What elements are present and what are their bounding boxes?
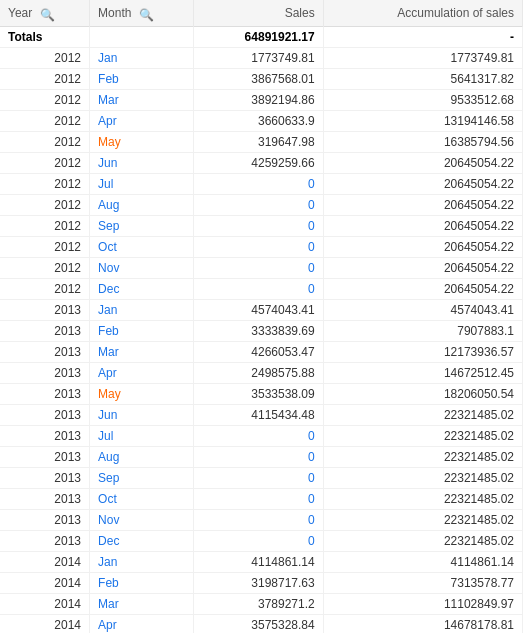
- table-row: 2012 Jun 4259259.66 20645054.22: [0, 153, 523, 174]
- accumulation-cell: 22321485.02: [323, 531, 522, 552]
- sales-cell: 0: [193, 510, 323, 531]
- month-column-header: Month 🔍: [90, 0, 194, 27]
- accumulation-cell: 20645054.22: [323, 237, 522, 258]
- table-row: 2012 May 319647.98 16385794.56: [0, 132, 523, 153]
- table-row: 2013 Mar 4266053.47 12173936.57: [0, 342, 523, 363]
- table-row: 2012 Feb 3867568.01 5641317.82: [0, 69, 523, 90]
- table-row: 2012 Aug 0 20645054.22: [0, 195, 523, 216]
- accumulation-cell: 14678178.81: [323, 615, 522, 634]
- sales-cell: 3892194.86: [193, 90, 323, 111]
- table-row: 2012 Sep 0 20645054.22: [0, 216, 523, 237]
- month-cell: Sep: [90, 216, 194, 237]
- accumulation-cell: 16385794.56: [323, 132, 522, 153]
- year-cell: 2012: [0, 153, 90, 174]
- month-search-icon[interactable]: 🔍: [139, 8, 151, 20]
- accumulation-label: Accumulation of sales: [397, 6, 514, 20]
- sales-cell: 3575328.84: [193, 615, 323, 634]
- year-cell: 2012: [0, 90, 90, 111]
- year-cell: 2012: [0, 132, 90, 153]
- accumulation-cell: 12173936.57: [323, 342, 522, 363]
- year-cell: 2014: [0, 615, 90, 634]
- accumulation-cell: 7313578.77: [323, 573, 522, 594]
- accumulation-cell: 9533512.68: [323, 90, 522, 111]
- year-cell: 2012: [0, 69, 90, 90]
- year-cell: 2012: [0, 279, 90, 300]
- table-row: 2012 Oct 0 20645054.22: [0, 237, 523, 258]
- month-cell: Jun: [90, 405, 194, 426]
- accumulation-cell: 22321485.02: [323, 405, 522, 426]
- table-row: 2013 May 3533538.09 18206050.54: [0, 384, 523, 405]
- accumulation-cell: 7907883.1: [323, 321, 522, 342]
- accumulation-cell: 22321485.02: [323, 426, 522, 447]
- sales-cell: 0: [193, 447, 323, 468]
- totals-label-cell: Totals: [0, 27, 90, 48]
- accumulation-cell: 18206050.54: [323, 384, 522, 405]
- sales-label: Sales: [285, 6, 315, 20]
- totals-accumulation-cell: -: [323, 27, 522, 48]
- accumulation-cell: 20645054.22: [323, 195, 522, 216]
- totals-row: Totals 64891921.17 -: [0, 27, 523, 48]
- table-row: 2014 Feb 3198717.63 7313578.77: [0, 573, 523, 594]
- month-cell: Dec: [90, 279, 194, 300]
- accumulation-cell: 20645054.22: [323, 153, 522, 174]
- year-cell: 2012: [0, 195, 90, 216]
- sales-cell: 4115434.48: [193, 405, 323, 426]
- table-row: 2012 Jul 0 20645054.22: [0, 174, 523, 195]
- year-label: Year: [8, 6, 32, 20]
- year-cell: 2013: [0, 426, 90, 447]
- sales-cell: 0: [193, 216, 323, 237]
- month-cell: Feb: [90, 321, 194, 342]
- month-cell: Jul: [90, 174, 194, 195]
- month-cell: Nov: [90, 258, 194, 279]
- table-row: 2012 Nov 0 20645054.22: [0, 258, 523, 279]
- month-cell: Sep: [90, 468, 194, 489]
- sales-cell: 0: [193, 426, 323, 447]
- year-cell: 2013: [0, 405, 90, 426]
- table-row: 2014 Jan 4114861.14 4114861.14: [0, 552, 523, 573]
- sales-cell: 3867568.01: [193, 69, 323, 90]
- sales-cell: 0: [193, 468, 323, 489]
- accumulation-cell: 1773749.81: [323, 48, 522, 69]
- accumulation-cell: 4114861.14: [323, 552, 522, 573]
- accumulation-cell: 20645054.22: [323, 279, 522, 300]
- sales-cell: 1773749.81: [193, 48, 323, 69]
- accumulation-cell: 13194146.58: [323, 111, 522, 132]
- accumulation-cell: 14672512.45: [323, 363, 522, 384]
- year-cell: 2014: [0, 573, 90, 594]
- totals-sales-cell: 64891921.17: [193, 27, 323, 48]
- table-row: 2013 Jan 4574043.41 4574043.41: [0, 300, 523, 321]
- table-row: 2012 Apr 3660633.9 13194146.58: [0, 111, 523, 132]
- month-cell: Jun: [90, 153, 194, 174]
- sales-cell: 0: [193, 237, 323, 258]
- sales-cell: 0: [193, 531, 323, 552]
- month-label: Month: [98, 6, 131, 20]
- year-cell: 2012: [0, 237, 90, 258]
- month-cell: Feb: [90, 573, 194, 594]
- sales-cell: 0: [193, 195, 323, 216]
- month-cell: Feb: [90, 69, 194, 90]
- accumulation-column-header: Accumulation of sales: [323, 0, 522, 27]
- year-cell: 2013: [0, 321, 90, 342]
- year-search-icon[interactable]: 🔍: [40, 8, 52, 20]
- accumulation-cell: 22321485.02: [323, 489, 522, 510]
- accumulation-cell: 22321485.02: [323, 510, 522, 531]
- sales-cell: 0: [193, 489, 323, 510]
- year-cell: 2013: [0, 468, 90, 489]
- accumulation-cell: 22321485.02: [323, 468, 522, 489]
- year-cell: 2013: [0, 531, 90, 552]
- table-row: 2013 Dec 0 22321485.02: [0, 531, 523, 552]
- sales-cell: 4114861.14: [193, 552, 323, 573]
- year-cell: 2014: [0, 552, 90, 573]
- table-row: 2013 Aug 0 22321485.02: [0, 447, 523, 468]
- table-row: 2012 Mar 3892194.86 9533512.68: [0, 90, 523, 111]
- month-cell: Mar: [90, 90, 194, 111]
- month-cell: Dec: [90, 531, 194, 552]
- sales-cell: 2498575.88: [193, 363, 323, 384]
- table-row: 2013 Feb 3333839.69 7907883.1: [0, 321, 523, 342]
- year-cell: 2013: [0, 384, 90, 405]
- table-row: 2013 Nov 0 22321485.02: [0, 510, 523, 531]
- year-cell: 2012: [0, 174, 90, 195]
- sales-cell: 319647.98: [193, 132, 323, 153]
- sales-cell: 3789271.2: [193, 594, 323, 615]
- sales-cell: 3660633.9: [193, 111, 323, 132]
